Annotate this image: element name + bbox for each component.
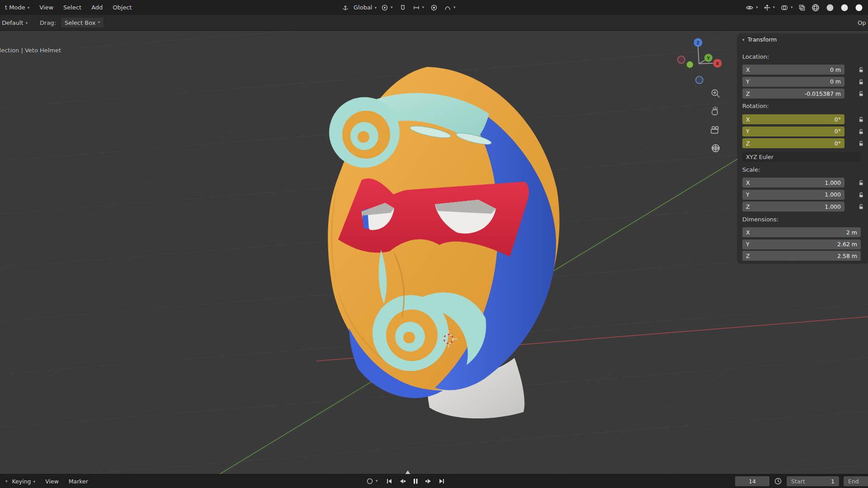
tool-settings-bar: Default Drag: Select Box Op — [0, 15, 868, 31]
gizmo-axis-z-neg[interactable] — [696, 76, 703, 84]
previous-keyframe-button[interactable] — [399, 478, 406, 485]
menu-add[interactable]: Add — [86, 4, 108, 11]
orientation-dropdown[interactable]: Global — [354, 4, 377, 11]
lock-icon[interactable] — [858, 116, 865, 123]
camera-view-icon[interactable] — [711, 127, 718, 133]
pan-hand-icon[interactable] — [712, 107, 717, 115]
drag-label: Drag: — [40, 19, 56, 26]
gizmo-axis-x-label: X — [716, 61, 719, 66]
panel-collapse-icon[interactable]: ▾ — [742, 38, 745, 42]
transform-orientation-icon — [342, 4, 349, 11]
menu-object[interactable]: Object — [108, 4, 137, 11]
rotation-label: Rotation: — [742, 103, 769, 109]
shading-wireframe-icon[interactable] — [809, 3, 822, 12]
lock-icon[interactable] — [858, 128, 865, 135]
transform-panel: ▾ Transform Location: X0 m Y0 m Z-0.0153… — [738, 33, 868, 263]
zoom-icon[interactable] — [712, 90, 720, 98]
helmet-object[interactable] — [328, 67, 559, 418]
show-overlays-dropdown[interactable] — [778, 4, 795, 11]
lock-icon[interactable] — [858, 90, 865, 97]
lock-icon[interactable] — [858, 79, 865, 85]
falloff-curve-dropdown[interactable] — [442, 4, 458, 11]
menu-select[interactable]: Select — [58, 4, 86, 11]
scale-label: Scale: — [742, 166, 760, 173]
current-frame-field[interactable]: 14 — [735, 476, 769, 486]
gizmo-axis-z-label: Z — [697, 41, 700, 45]
show-gizmos-dropdown[interactable] — [762, 4, 777, 11]
rotation-z-field[interactable]: Z0° — [742, 138, 844, 148]
transform-panel-header[interactable]: ▾ Transform — [742, 36, 777, 43]
rotation-x-field[interactable]: X0° — [742, 114, 844, 124]
lock-icon[interactable] — [858, 140, 865, 147]
shading-rendered-icon[interactable] — [853, 3, 865, 12]
scale-z-field[interactable]: Z1.000 — [742, 202, 844, 211]
gizmo-axis-y-label: Y — [707, 56, 710, 61]
location-label: Location: — [742, 53, 769, 60]
tool-preset-dropdown[interactable]: Default — [0, 19, 33, 26]
editor-type-chevron[interactable]: ▾ — [3, 479, 10, 483]
select-box-dropdown[interactable]: Select Box — [61, 17, 104, 28]
options-dropdown[interactable]: Op — [858, 19, 868, 26]
shading-solid-icon[interactable] — [824, 3, 836, 12]
dimension-x-field[interactable]: X2 m — [742, 227, 861, 237]
timeline-bar: ▾ Keying View Marker 14 Start 1 — [0, 474, 868, 488]
menu-object-mode[interactable]: t Mode — [0, 4, 34, 11]
select-box-label: Select Box — [65, 19, 95, 26]
lock-icon[interactable] — [858, 179, 865, 186]
frame-end-field[interactable]: End — [844, 476, 868, 486]
next-keyframe-button[interactable] — [425, 478, 432, 485]
gizmo-axis-x-neg[interactable] — [678, 56, 685, 63]
dimension-z-field[interactable]: Z2.58 m — [742, 251, 861, 261]
lock-icon[interactable] — [858, 66, 865, 73]
location-z-field[interactable]: Z-0.015387 m — [742, 89, 844, 99]
snap-target-dropdown[interactable] — [411, 4, 426, 11]
pause-button[interactable] — [412, 478, 419, 485]
lock-icon[interactable] — [858, 192, 865, 198]
keying-dropdown[interactable]: Keying — [10, 478, 41, 485]
playback-sync-dropdown[interactable] — [364, 478, 380, 485]
location-y-field[interactable]: Y0 m — [742, 77, 844, 87]
grid-line — [0, 411, 868, 481]
navigation-gizmo[interactable]: Z Y X — [678, 38, 722, 84]
scale-y-field[interactable]: Y1.000 — [742, 190, 844, 200]
jump-to-end-button[interactable] — [438, 478, 445, 485]
lock-icon[interactable] — [858, 203, 865, 210]
proportional-editing-icon[interactable] — [429, 4, 439, 11]
viewport-header-bar: t Mode View Select Add Object Global — [0, 0, 868, 15]
viewport-side-tools — [711, 90, 719, 152]
panel-title: Transform — [748, 36, 777, 43]
location-x-field[interactable]: X0 m — [742, 65, 844, 75]
shading-material-icon[interactable] — [838, 3, 851, 12]
dimension-y-field[interactable]: Y2.62 m — [742, 239, 861, 249]
jump-to-start-button[interactable] — [386, 478, 393, 485]
gizmo-axis-y-neg[interactable] — [686, 61, 693, 68]
forehead-swirl-ring4 — [358, 131, 369, 143]
dimensions-label: Dimensions: — [742, 216, 778, 223]
chin-swirl-ring4 — [403, 332, 415, 343]
frame-start-field[interactable]: Start 1 — [787, 476, 839, 486]
timeline-menu-marker[interactable]: Marker — [64, 478, 93, 485]
xray-toggle-icon[interactable] — [797, 4, 807, 11]
auto-keyframe-clock-icon[interactable] — [774, 477, 782, 485]
scale-x-field[interactable]: X1.000 — [742, 178, 844, 188]
menu-view[interactable]: View — [34, 4, 58, 11]
breadcrumb: llection | Veto Helmet — [0, 47, 61, 54]
rotation-y-field[interactable]: Y0° — [742, 127, 844, 136]
blender-window: { "header": { "menus": ["t Mode", "View"… — [0, 0, 868, 488]
rotation-mode-dropdown[interactable]: XYZ Euler — [742, 152, 861, 162]
snap-magnet-icon[interactable] — [397, 4, 408, 11]
object-visibility-dropdown[interactable] — [744, 4, 760, 11]
pivot-point-dropdown[interactable] — [379, 4, 395, 11]
orthographic-grid-icon[interactable] — [712, 145, 719, 152]
timeline-menu-view[interactable]: View — [40, 478, 64, 485]
